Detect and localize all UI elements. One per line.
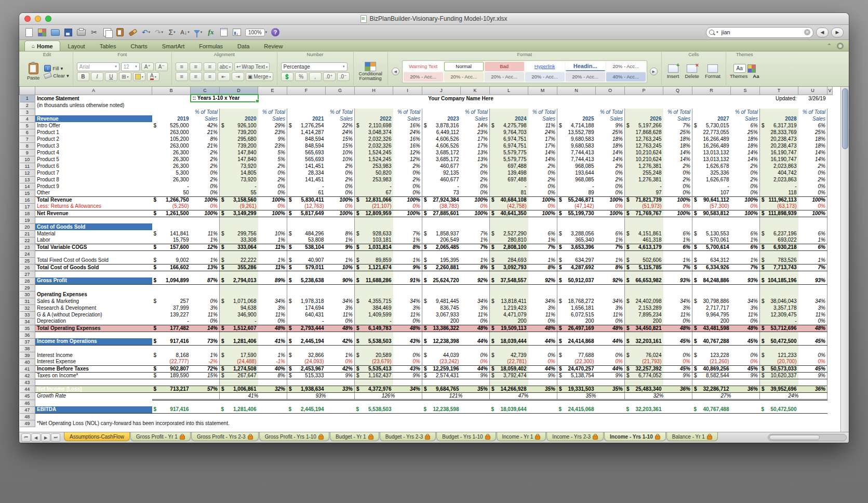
sheet-tab-income-yr-1[interactable]: Income - Yr 1 xyxy=(497,432,546,441)
growth-cell[interactable]: 126% xyxy=(355,392,422,400)
value-cell[interactable]: 200 xyxy=(625,318,663,325)
value-cell[interactable]: 12,309,475 xyxy=(760,311,798,318)
row-header-40[interactable]: 40 xyxy=(20,359,35,365)
value-cell[interactable]: 6,974,751 xyxy=(490,142,528,149)
value-cell[interactable]: 1,524,245 xyxy=(355,149,393,156)
value-cell[interactable] xyxy=(422,332,461,338)
row-header-32[interactable]: 32 xyxy=(20,305,35,311)
percent-cell[interactable]: 9% xyxy=(528,372,557,379)
percent-cell[interactable]: 2% xyxy=(258,176,287,183)
percent-cell[interactable]: 35% xyxy=(528,386,557,392)
value-cell[interactable] xyxy=(422,102,461,109)
percent-cell[interactable]: 1% xyxy=(731,257,760,264)
percent-cell[interactable]: 5% xyxy=(258,149,287,156)
value-cell[interactable]: 848,594 xyxy=(287,142,326,149)
value-cell[interactable]: $90,641,112 xyxy=(692,196,731,203)
percent-cell[interactable] xyxy=(393,291,422,298)
sheet-tab-budget-yrs-2-3[interactable]: Budget - Yrs 2-3 xyxy=(380,432,436,441)
percent-cell[interactable]: 9% xyxy=(596,372,625,379)
percent-cell[interactable]: 0% xyxy=(731,169,760,176)
value-cell[interactable] xyxy=(220,400,258,406)
value-cell[interactable]: 200 xyxy=(490,318,528,325)
last-sheet-button[interactable]: ⏭ xyxy=(51,433,60,442)
percent-cell[interactable]: 9% xyxy=(663,372,692,379)
value-cell[interactable]: $25,483,340 xyxy=(625,386,663,392)
percent-cell[interactable]: 0% xyxy=(528,359,557,365)
value-cell[interactable]: $2,808,100 xyxy=(490,244,528,250)
value-cell[interactable] xyxy=(490,250,528,257)
value-cell[interactable]: $5,538,503 xyxy=(355,338,393,345)
percent-cell[interactable] xyxy=(393,406,422,413)
row-label[interactable]: Taxes on Income* xyxy=(35,372,152,379)
percent-cell[interactable] xyxy=(528,102,557,109)
value-cell[interactable] xyxy=(557,271,596,277)
percent-cell[interactable]: 7% xyxy=(663,122,692,129)
percent-cell[interactable]: 0% xyxy=(191,298,220,305)
value-cell[interactable]: 325,336 xyxy=(692,169,731,176)
value-cell[interactable]: $32,257,392 xyxy=(625,365,663,372)
percent-cell[interactable]: % of Total xyxy=(461,109,490,115)
column-header-U[interactable]: U xyxy=(798,87,827,95)
value-cell[interactable] xyxy=(355,250,393,257)
percent-cell[interactable]: 100% xyxy=(461,210,490,217)
value-cell[interactable] xyxy=(422,379,461,386)
value-cell[interactable]: $5,700,614 xyxy=(692,244,731,250)
value-cell[interactable]: 15,759 xyxy=(152,237,191,244)
value-cell[interactable] xyxy=(355,345,393,352)
value-cell[interactable]: $6,317,319 xyxy=(760,122,798,129)
percent-cell[interactable] xyxy=(596,413,625,420)
growth-cell[interactable]: 93% xyxy=(287,392,355,400)
value-cell[interactable]: $3,792,474 xyxy=(490,372,528,379)
percent-cell[interactable]: 7% xyxy=(663,264,692,271)
underline-button[interactable]: U xyxy=(105,72,117,81)
value-cell[interactable]: 5,579,775 xyxy=(490,149,528,156)
row-header-2[interactable]: 2 xyxy=(20,102,35,109)
row-label[interactable]: Product 4 xyxy=(35,149,152,156)
percent-cell[interactable]: 3% xyxy=(731,305,760,311)
value-cell[interactable]: $189,590 xyxy=(152,372,191,379)
value-cell[interactable]: 1,219,423 xyxy=(490,305,528,311)
percent-cell[interactable]: 6% xyxy=(798,230,827,237)
column-header-Q[interactable]: Q xyxy=(663,87,692,95)
value-cell[interactable]: $2,445,194 xyxy=(287,338,326,345)
percent-cell[interactable]: 1% xyxy=(528,237,557,244)
cell[interactable] xyxy=(827,176,833,183)
value-cell[interactable]: 33,308 xyxy=(220,237,258,244)
value-cell[interactable]: $634,297 xyxy=(557,257,596,264)
percent-cell[interactable]: % of Total xyxy=(258,109,287,115)
row-label[interactable]: (in thousands unless otherwise noted) xyxy=(35,102,152,109)
percent-cell[interactable] xyxy=(731,217,760,223)
value-cell[interactable] xyxy=(692,400,731,406)
value-cell[interactable]: $2,793,444 xyxy=(287,325,326,332)
percent-cell[interactable]: 18% xyxy=(798,136,827,142)
row-label[interactable]: Less: Returns & Allowances xyxy=(35,203,152,210)
value-cell[interactable] xyxy=(557,332,596,338)
row-label[interactable] xyxy=(35,345,152,352)
value-cell[interactable]: 9,680,583 xyxy=(557,142,596,149)
value-cell[interactable] xyxy=(220,379,258,386)
percent-cell[interactable]: 43% xyxy=(393,338,422,345)
percent-cell[interactable]: 16% xyxy=(393,136,422,142)
value-cell[interactable]: 2023 xyxy=(422,115,461,122)
value-cell[interactable] xyxy=(490,217,528,223)
row-header-41[interactable]: 41 xyxy=(20,365,35,372)
row-header-19[interactable]: 19 xyxy=(20,217,35,223)
value-cell[interactable]: $917,416 xyxy=(152,406,191,413)
value-cell[interactable]: $4,287,692 xyxy=(557,264,596,271)
value-cell[interactable]: 2,153,289 xyxy=(625,305,663,311)
ribbon-tab-data[interactable]: Data xyxy=(231,41,256,51)
value-cell[interactable] xyxy=(287,217,326,223)
value-cell[interactable]: $13,818,411 xyxy=(490,298,528,305)
value-cell[interactable]: 1,409,599 xyxy=(355,311,393,318)
percent-cell[interactable] xyxy=(528,223,557,230)
percent-cell[interactable]: 0% xyxy=(663,183,692,190)
row-header-21[interactable]: 21 xyxy=(20,230,35,237)
value-cell[interactable]: $157,600 xyxy=(152,244,191,250)
percent-cell[interactable]: 21% xyxy=(191,142,220,149)
row-label[interactable]: Total Cost of Goods Sold xyxy=(35,264,152,271)
value-cell[interactable] xyxy=(220,223,258,230)
value-cell[interactable]: $37,548,557 xyxy=(490,277,528,284)
format-painter-button[interactable] xyxy=(128,27,138,37)
value-cell[interactable]: $6,334,926 xyxy=(692,264,731,271)
cell[interactable] xyxy=(827,244,833,250)
